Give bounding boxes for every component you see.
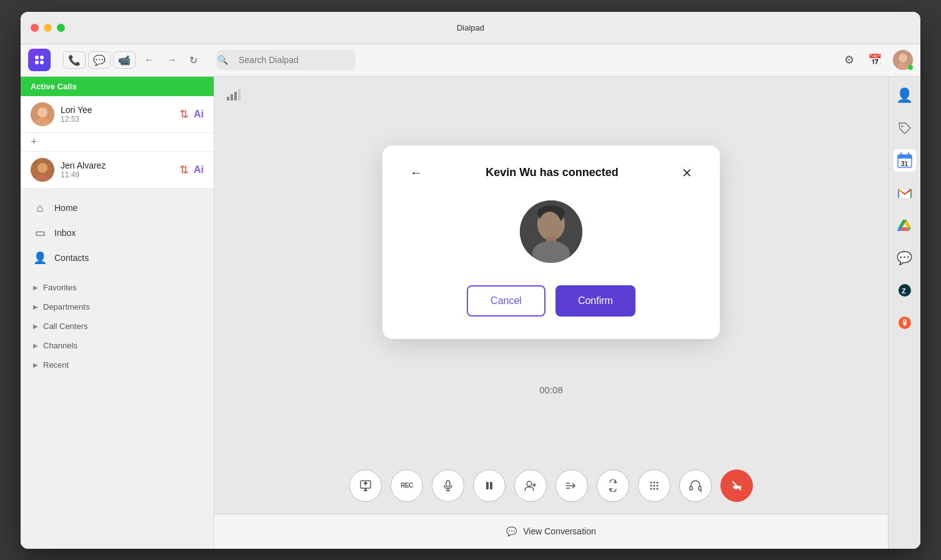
call-item[interactable]: Lori Yee 12:53 ⇅ Ai [21,96,214,133]
keypad-button[interactable] [638,469,670,502]
svg-point-35 [650,481,652,483]
call-actions: ⇅ Ai [179,107,204,121]
modal-back-button[interactable]: ← [407,163,425,182]
tag-icon[interactable] [894,117,916,139]
modal-header: ← Kevin Wu has connected ✕ [407,163,695,183]
transfer-button[interactable] [555,469,588,502]
contacts-label: Contacts [54,253,89,263]
status-indicator [908,65,913,70]
lori-avatar [31,102,54,126]
chevron-icon: ▶ [33,303,38,310]
svg-point-1 [899,54,907,62]
gmail-icon[interactable] [894,182,916,204]
section-label: Call Centers [43,322,88,331]
view-conversation-label: View Conversation [523,526,595,536]
phone-nav-icon[interactable]: 📞 [63,51,86,69]
header-nav-icons: 📞 💬 📹 [63,51,136,69]
svg-point-37 [657,481,659,483]
svg-point-43 [657,488,659,489]
section-label: Channels [43,341,77,350]
call-controls: REC [214,458,888,514]
chevron-icon: ▶ [33,284,38,291]
forward-button[interactable]: → [163,51,181,69]
google-drive-icon[interactable] [894,214,916,237]
sidebar: Active Calls Lori Yee 12:53 ⇅ Ai [21,77,214,549]
svg-rect-44 [690,486,692,490]
person-icon[interactable]: 👤 [894,84,916,107]
caller-name-2: Jen Alvarez [61,160,173,170]
share-button[interactable] [349,469,382,502]
hubspot-icon[interactable] [894,312,916,334]
maximize-button[interactable] [57,24,65,32]
svg-point-38 [650,484,652,486]
section-departments[interactable]: ▶ Departments [21,297,214,317]
chat-bubble-icon[interactable]: 💬 [894,247,916,269]
mute-button[interactable] [432,469,464,502]
call-info: Lori Yee 12:53 [61,105,173,124]
section-favorites[interactable]: ▶ Favorites [21,278,214,297]
svg-point-4 [37,107,47,117]
window-title: Dialpad [457,23,484,32]
nav-contacts[interactable]: 👤 Contacts [21,245,214,270]
add-person-button[interactable] [514,469,547,502]
section-callcenters[interactable]: ▶ Call Centers [21,317,214,336]
view-conversation-bar[interactable]: 💬 View Conversation [214,514,888,549]
main-content: ← Kevin Wu has connected ✕ [214,77,888,549]
home-icon: ⌂ [33,202,47,215]
record-button[interactable]: REC [391,469,423,502]
kevin-wu-avatar [520,200,582,263]
modal-avatar-wrapper [407,200,695,263]
refresh-button[interactable]: ↻ [186,51,201,70]
svg-point-41 [650,488,652,489]
coaching-button[interactable] [679,469,712,502]
zendesk-icon[interactable]: Z [894,279,916,302]
google-calendar-icon[interactable]: 31 [894,149,916,172]
section-channels[interactable]: ▶ Channels [21,336,214,355]
section-label: Recent [43,360,69,370]
svg-rect-24 [446,481,450,487]
confirm-button[interactable]: Confirm [555,285,635,317]
inbox-icon: ▭ [33,226,47,240]
section-recent[interactable]: ▶ Recent [21,355,214,375]
call-duration-2: 11:49 [61,170,173,179]
minimize-button[interactable] [44,24,52,32]
svg-point-40 [657,484,659,486]
settings-icon[interactable]: ⚙ [842,51,857,69]
back-button[interactable]: ← [141,51,158,69]
call-duration: 12:53 [61,115,173,124]
svg-text:31: 31 [901,160,909,167]
end-call-button[interactable] [720,469,753,502]
transfer-icon[interactable]: ⇅ [179,107,189,121]
svg-point-63 [904,320,905,322]
nav-home[interactable]: ⌂ Home [21,196,214,220]
call-info-2: Jen Alvarez 11:49 [61,160,173,179]
svg-point-29 [527,481,532,486]
call-item-2[interactable]: Jen Alvarez 11:49 ⇅ Ai [21,152,214,189]
calendar-icon[interactable]: 📅 [865,51,884,69]
modal-title: Kevin Wu has connected [425,166,679,179]
titlebar: Dialpad [21,12,920,44]
search-icon: 🔍 [217,55,228,65]
close-button[interactable] [31,24,39,32]
nav-inbox[interactable]: ▭ Inbox [21,220,214,245]
pause-button[interactable] [473,469,505,502]
conversation-icon: 💬 [506,526,517,536]
modal-close-button[interactable]: ✕ [679,163,695,183]
ai-icon[interactable]: Ai [194,109,204,120]
cancel-button[interactable]: Cancel [467,285,545,317]
nav-icons-right: ⚙ 📅 [842,50,913,70]
app-logo [28,49,51,71]
search-input[interactable] [216,50,356,70]
section-label: Favorites [43,283,76,292]
add-call-icon[interactable]: + [31,135,37,149]
message-nav-icon[interactable]: 💬 [88,51,111,69]
svg-point-42 [654,488,655,489]
video-nav-icon[interactable]: 📹 [113,51,136,69]
main-layout: Active Calls Lori Yee 12:53 ⇅ Ai [21,77,920,549]
content-area: ← Kevin Wu has connected ✕ [214,77,888,458]
svg-rect-45 [699,486,701,490]
svg-point-7 [37,163,47,173]
ai-icon-2[interactable]: Ai [194,164,204,175]
switch-button[interactable] [597,469,629,502]
transfer-icon-2[interactable]: ⇅ [179,163,189,177]
